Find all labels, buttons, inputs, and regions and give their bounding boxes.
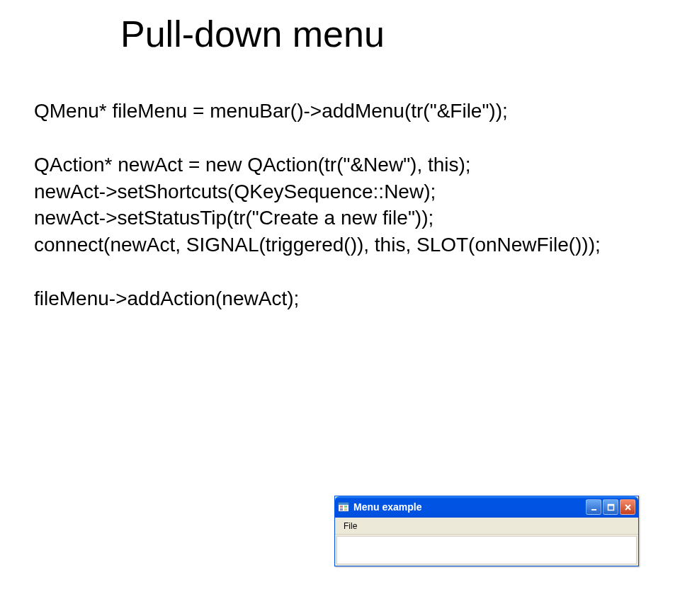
window-title: Menu example [353,501,586,513]
menubar: File [335,518,638,535]
content-area [336,536,637,564]
svg-rect-5 [344,508,347,511]
code-line-2: QAction* newAct = new QAction(tr("&New")… [34,152,666,178]
menu-file[interactable]: File [338,519,363,533]
maximize-button[interactable] [603,499,618,515]
code-line-1: QMenu* fileMenu = menuBar()->addMenu(tr(… [34,98,666,125]
svg-rect-6 [591,509,596,511]
slide-title: Pull-down menu [120,13,680,55]
svg-rect-1 [339,503,348,505]
svg-rect-4 [340,508,343,511]
window-controls [586,499,635,515]
close-button[interactable] [620,499,635,515]
code-line-4: newAct->setStatusTip(tr("Create a new fi… [34,205,666,232]
svg-rect-3 [344,506,347,508]
titlebar: Menu example [335,496,638,518]
svg-rect-8 [608,504,613,506]
blank-line [34,258,666,285]
code-line-3: newAct->setShortcuts(QKeySequence::New); [34,178,666,205]
code-line-6: fileMenu->addAction(newAct); [34,285,666,312]
code-block: QMenu* fileMenu = menuBar()->addMenu(tr(… [34,98,666,312]
svg-rect-2 [340,506,343,508]
minimize-button[interactable] [586,499,601,515]
code-line-5: connect(newAct, SIGNAL(triggered()), thi… [34,232,666,258]
blank-line [34,125,666,152]
window-icon [338,501,349,513]
example-window: Menu example File [334,496,639,566]
